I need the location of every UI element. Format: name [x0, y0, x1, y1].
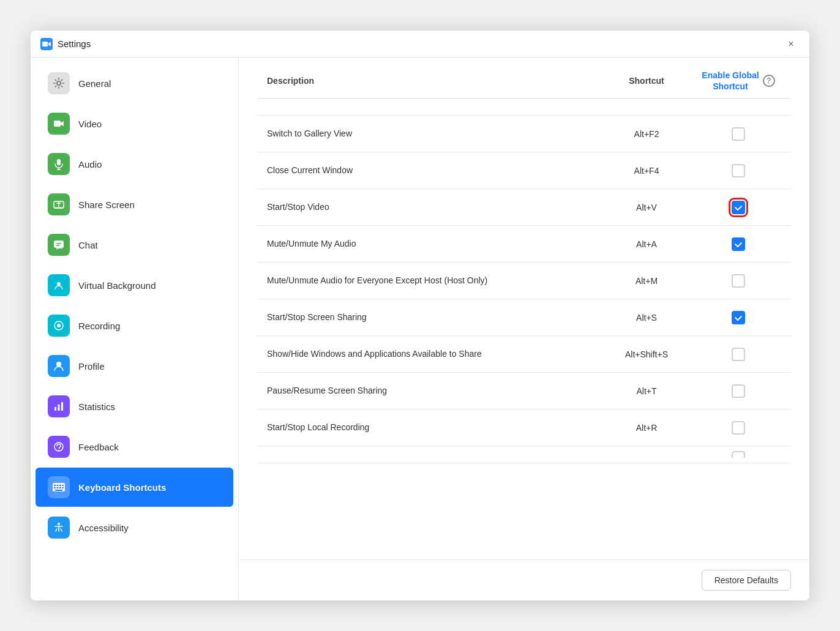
- sidebar-item-label: Profile: [78, 361, 105, 372]
- sidebar-item-virtual-background[interactable]: Virtual Background: [36, 266, 233, 305]
- sidebar-item-label: Accessibility: [78, 523, 129, 533]
- sidebar-item-accessibility[interactable]: Accessibility: [36, 508, 233, 547]
- row-enable-cell: [696, 201, 781, 214]
- table-scroll[interactable]: Switch to Gallery ViewAlt+F2Close Curren…: [257, 99, 791, 559]
- svg-point-19: [58, 449, 59, 450]
- accessibility-icon: [48, 517, 70, 539]
- table-row: Mute/Unmute Audio for Everyone Except Ho…: [257, 263, 791, 299]
- svg-point-11: [57, 282, 61, 286]
- title-bar: Settings ×: [31, 31, 809, 58]
- row-description: Mute/Unmute My Audio: [267, 238, 598, 250]
- enable-global-checkbox[interactable]: [732, 384, 745, 398]
- enable-global-checkbox[interactable]: [732, 201, 745, 214]
- svg-rect-7: [54, 207, 63, 209]
- row-shortcut: Alt+S: [598, 313, 696, 323]
- enable-global-checkbox[interactable]: [732, 311, 745, 324]
- recording-icon: [48, 315, 70, 337]
- svg-rect-27: [59, 487, 61, 488]
- content-area: Description Shortcut Enable GlobalShortc…: [239, 58, 809, 559]
- svg-rect-17: [61, 402, 63, 411]
- sidebar-item-label: Feedback: [78, 442, 119, 452]
- row-enable-cell: [696, 274, 781, 288]
- table-row-partial: [257, 446, 791, 463]
- row-enable-cell: [696, 237, 781, 251]
- row-shortcut: Alt+T: [598, 386, 696, 396]
- svg-point-30: [58, 523, 60, 525]
- svg-rect-16: [58, 405, 60, 411]
- row-description: Start/Stop Local Recording: [267, 422, 598, 434]
- table-row: Close Current WindowAlt+F4: [257, 152, 791, 189]
- svg-point-1: [57, 81, 61, 85]
- row-shortcut: Alt+A: [598, 239, 696, 249]
- main-content: Description Shortcut Enable GlobalShortc…: [239, 58, 809, 600]
- zoom-logo-icon: [40, 38, 53, 50]
- svg-rect-15: [54, 407, 56, 411]
- sidebar-item-video[interactable]: Video: [36, 104, 233, 143]
- sidebar-item-chat[interactable]: Chat: [36, 225, 233, 264]
- sidebar-item-keyboard-shortcuts[interactable]: Keyboard Shortcuts: [36, 468, 233, 507]
- share-icon: [48, 193, 70, 215]
- svg-rect-3: [57, 159, 61, 165]
- row-enable-cell: [696, 164, 781, 177]
- enable-global-checkbox[interactable]: [732, 348, 745, 361]
- sidebar-item-recording[interactable]: Recording: [36, 306, 233, 345]
- svg-rect-22: [57, 485, 59, 486]
- table-row: Switch to Gallery ViewAlt+F2: [257, 116, 791, 152]
- sidebar-item-label: Recording: [78, 321, 120, 331]
- restore-defaults-button[interactable]: Restore Defaults: [702, 570, 791, 591]
- sidebar-item-label: Chat: [78, 240, 98, 250]
- col-enable-header: Enable GlobalShortcut ?: [696, 70, 781, 92]
- table-row: Start/Stop Local RecordingAlt+R: [257, 409, 791, 446]
- col-shortcut-header: Shortcut: [598, 76, 696, 86]
- sidebar-item-general[interactable]: General: [36, 64, 233, 103]
- enable-global-checkbox[interactable]: [732, 127, 745, 141]
- sidebar-item-share-screen[interactable]: Share Screen: [36, 185, 233, 224]
- sidebar-item-label: Share Screen: [78, 200, 135, 210]
- settings-window: Settings × GeneralVideoAudioShare Screen…: [31, 31, 809, 600]
- row-shortcut: Alt+V: [598, 203, 696, 212]
- sidebar-item-statistics[interactable]: Statistics: [36, 387, 233, 426]
- chat-icon: [48, 234, 70, 256]
- title-bar-left: Settings: [40, 38, 91, 50]
- enable-global-checkbox[interactable]: [732, 274, 745, 288]
- svg-rect-25: [54, 487, 56, 488]
- sidebar-item-feedback[interactable]: Feedback: [36, 427, 233, 466]
- row-description: Switch to Gallery View: [267, 128, 598, 140]
- window-body: GeneralVideoAudioShare ScreenChatVirtual…: [31, 58, 809, 600]
- svg-rect-24: [62, 485, 64, 486]
- svg-rect-26: [57, 487, 59, 488]
- sidebar-item-profile[interactable]: Profile: [36, 346, 233, 386]
- table-row: Pause/Resume Screen SharingAlt+T: [257, 373, 791, 409]
- sidebar-item-audio[interactable]: Audio: [36, 144, 233, 184]
- row-description: Close Current Window: [267, 165, 598, 177]
- enable-global-checkbox[interactable]: [732, 237, 745, 251]
- close-button[interactable]: ×: [782, 35, 800, 53]
- row-description: Show/Hide Windows and Applications Avail…: [267, 348, 598, 360]
- table-header: Description Shortcut Enable GlobalShortc…: [257, 70, 791, 99]
- svg-point-14: [56, 362, 61, 367]
- table-row: Start/Stop Screen SharingAlt+S: [257, 299, 791, 336]
- shortcuts-table: Description Shortcut Enable GlobalShortc…: [257, 70, 791, 559]
- audio-icon: [48, 153, 70, 175]
- row-description: Mute/Unmute Audio for Everyone Except Ho…: [267, 275, 598, 287]
- vbg-icon: [48, 274, 70, 296]
- row-shortcut: Alt+F2: [598, 129, 696, 139]
- sidebar-item-label: Video: [78, 119, 102, 129]
- sidebar-item-label: Statistics: [78, 401, 115, 412]
- svg-rect-8: [54, 241, 64, 248]
- enable-global-checkbox[interactable]: [732, 421, 745, 435]
- video-icon: [48, 113, 70, 135]
- help-icon[interactable]: ?: [763, 75, 775, 87]
- row-shortcut: Alt+F4: [598, 166, 696, 176]
- sidebar-item-label: Audio: [78, 159, 102, 170]
- svg-rect-29: [55, 490, 62, 491]
- col-description-header: Description: [267, 76, 598, 86]
- svg-rect-21: [54, 485, 56, 486]
- row-shortcut: Alt+Shift+S: [598, 349, 696, 359]
- svg-rect-28: [62, 487, 64, 488]
- enable-global-checkbox[interactable]: [732, 164, 745, 177]
- sidebar-item-label: Keyboard Shortcuts: [78, 482, 166, 493]
- svg-point-13: [57, 324, 61, 327]
- row-enable-cell: [696, 384, 781, 398]
- table-row-partial: [257, 99, 791, 116]
